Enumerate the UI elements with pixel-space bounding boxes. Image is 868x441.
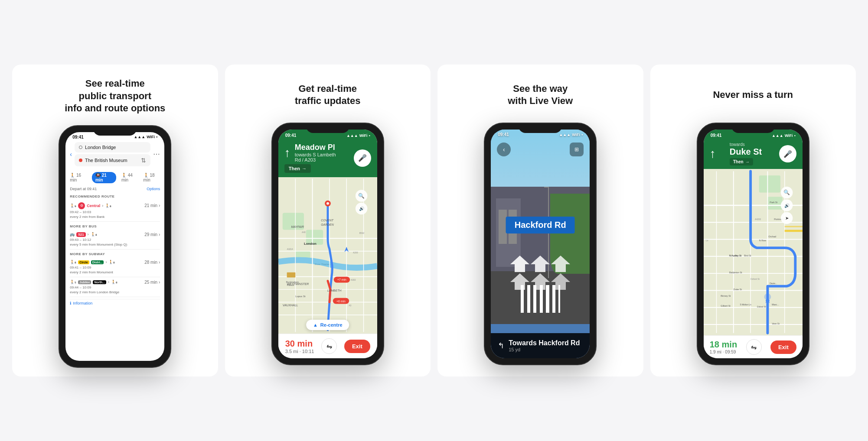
ar-arrow-row-2	[510, 273, 570, 290]
up-arrow-nav-2: ↑	[284, 146, 290, 160]
to-search-bar[interactable]: The British Museum ⇅	[75, 154, 150, 166]
route-row-2[interactable]: 🚌 521 › 🚶₈ 29 min › 09:43 – 10:12 every …	[70, 230, 160, 250]
exit-btn-2[interactable]: Exit	[344, 340, 370, 353]
jubilee-badge: Jubilee	[78, 280, 91, 284]
route1-time: 21 min ›	[144, 203, 160, 208]
svg-text:MAYFAIR: MAYFAIR	[291, 225, 304, 228]
from-location: London Bridge	[85, 145, 116, 150]
options-link[interactable]: Options	[147, 187, 160, 191]
svg-text:Orchad: Orchad	[768, 235, 776, 238]
back-icon[interactable]: ‹	[70, 151, 72, 158]
svg-text:Binney St: Binney St	[721, 295, 731, 297]
svg-text:Lupus St: Lupus St	[295, 295, 306, 298]
card3-title: See the way with Live View	[508, 78, 573, 112]
info-icon: ℹ	[70, 301, 71, 305]
depart-time[interactable]: Depart at 09:41	[70, 187, 97, 191]
walk-icon-7: 🚶₈	[111, 280, 117, 284]
exit-btn-4[interactable]: Exit	[770, 340, 796, 354]
svg-text:COVENT: COVENT	[321, 219, 333, 222]
menu-btn-3[interactable]: ⊞	[570, 143, 584, 156]
map-area-4[interactable]: A4202 Ln Park St Portman St Orchad N Aud…	[704, 169, 803, 335]
info-label[interactable]: Information	[73, 301, 92, 305]
nav-banner-4: towards Duke St Then → ↑ 🎤	[704, 139, 803, 169]
svg-text:GARDEN: GARDEN	[321, 223, 333, 226]
route-row-4[interactable]: 🚶₅ Jubilee North... › 🚶₈ 25 min › 09:44 …	[70, 277, 160, 297]
signal-icon: ▲▲▲	[134, 135, 145, 139]
status-icons-2: ▲▲▲ WiFi ▪	[346, 133, 370, 138]
route-btn-2[interactable]: ⇋	[321, 338, 337, 354]
route-row-3[interactable]: 🚶₈ Circle Distri... › 🚶₈ 28 min › 09:41 …	[70, 257, 160, 277]
svg-text:A200: A200	[353, 252, 358, 254]
status-time-4: 09:41	[711, 133, 722, 138]
svg-text:A3: A3	[349, 305, 351, 307]
feature-card-liveview: See the way with Live View	[437, 65, 643, 376]
battery-icon-2: ▪	[369, 133, 370, 138]
recommended-label: RECOMMENDED ROUTE	[70, 192, 160, 200]
feature-card-traffic: Get real-time traffic updates 09:41 ▲▲▲ …	[225, 65, 431, 376]
route-row-1[interactable]: 🚶₉ ⊙ Central › 🚶₈ 21 min › 09:42 – 10:03…	[70, 200, 160, 222]
route1-freq: every 2 min from Bank	[70, 215, 160, 219]
phone-notch-2	[306, 123, 349, 133]
phone-frame-2: 09:41 ▲▲▲ WiFi ▪ ↑ Meadow Pl towards S L…	[271, 123, 384, 365]
feature-card-turn: Never miss a turn 09:41 ▲▲▲ WiFi ▪ towar…	[650, 65, 856, 376]
svg-text:🔍: 🔍	[358, 193, 365, 199]
nav-street-2: Meadow Pl	[295, 143, 336, 152]
svg-text:Park St: Park St	[770, 201, 777, 204]
live-distance: 15 yd	[509, 347, 580, 352]
phone-frame-4: 09:41 ▲▲▲ WiFi ▪ towards Duke St Then →	[697, 123, 809, 365]
route4-hours: 09:44 – 10:09	[70, 285, 160, 289]
map-area-2[interactable]: River Thames	[278, 177, 377, 334]
status-icons-4: ▲▲▲ WiFi ▪	[772, 133, 796, 138]
more-icon[interactable]: ⋯	[153, 150, 160, 158]
card4-title: Never miss a turn	[713, 78, 793, 112]
svg-text:➤: ➤	[785, 216, 788, 220]
status-icons-1: ▲▲▲ WiFi ▪	[134, 135, 157, 139]
status-bar-3: 09:41 ▲▲▲ WiFi ▪	[491, 130, 590, 138]
route3-freq: every 2 min from Monument	[70, 270, 160, 274]
svg-text:Vere St: Vere St	[772, 322, 780, 325]
route-options-row: 🚶 16 min 🚇 21 min 🚶 44 min 🚶 18 min	[70, 169, 160, 186]
info-row[interactable]: ℹ Information	[70, 299, 160, 307]
svg-text:🔊: 🔊	[359, 206, 364, 211]
recentre-button[interactable]: ▲ Re-centre	[306, 320, 349, 330]
route3-hours: 09:41 – 10:09	[70, 266, 160, 269]
then-arrow-2: →	[302, 166, 307, 171]
north-badge: North...	[93, 280, 106, 284]
status-icons-3: ▲▲▲ WiFi ▪	[559, 133, 583, 137]
mic-button-4[interactable]: 🎤	[779, 145, 796, 162]
subway-label: MORE BY SUBWAY	[70, 250, 160, 257]
svg-marker-46	[551, 256, 570, 272]
svg-text:🔊: 🔊	[784, 203, 790, 208]
svg-text:Gilbert St: Gilbert St	[721, 305, 731, 307]
phone-frame-1: 09:41 ▲▲▲ WiFi ▪ ‹ London Bridg	[59, 125, 171, 368]
from-dot	[79, 146, 82, 149]
recentre-label[interactable]: Re-centre	[320, 322, 343, 328]
app-container: See real-time public transport info and …	[9, 61, 859, 380]
status-time-2: 09:41	[285, 133, 297, 138]
svg-text:S Molton Ln: S Molton Ln	[740, 304, 751, 306]
signal-icon-3: ▲▲▲	[559, 133, 571, 137]
nav-then-2: Then →	[284, 164, 311, 173]
phone-screen-1: 09:41 ▲▲▲ WiFi ▪ ‹ London Bridg	[65, 132, 164, 361]
nav-dist-4: 1.9 mi · 09:59	[710, 350, 737, 354]
walk-icon-6: 🚶₅	[70, 280, 76, 284]
from-search-bar[interactable]: London Bridge	[75, 142, 150, 152]
mic-button-2[interactable]: 🎤	[354, 149, 371, 167]
svg-text:N Row: N Row	[759, 240, 766, 242]
ar-arrow-row-1	[510, 256, 570, 272]
svg-text:A40: A40	[302, 232, 306, 234]
route-btn-4[interactable]: ⇋	[746, 339, 762, 355]
walk-option[interactable]: 🚶 16 min	[70, 173, 87, 182]
then-arrow-4: →	[745, 159, 750, 164]
svg-text:River Thames: River Thames	[314, 263, 330, 266]
street-background	[491, 130, 590, 358]
svg-point-21	[326, 202, 329, 205]
swap-icon[interactable]: ⇅	[141, 157, 146, 164]
wifi-icon-4: WiFi	[785, 133, 793, 138]
transit-chip[interactable]: 🚇 21 min	[92, 172, 116, 183]
wifi-icon: WiFi	[147, 135, 155, 139]
bus-label: MORE BY BUS	[70, 222, 160, 230]
ar-street-sign: Hackford Rd	[506, 217, 575, 233]
arrow-4: ›	[108, 280, 109, 284]
svg-text:Balderton St: Balderton St	[729, 271, 742, 274]
